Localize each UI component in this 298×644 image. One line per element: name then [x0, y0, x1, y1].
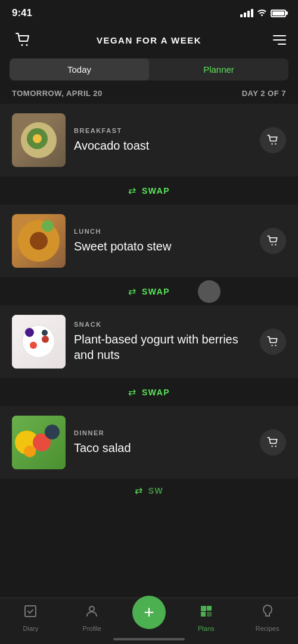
dinner-info: DINNER Taco salad — [66, 429, 260, 456]
tab-today[interactable]: Today — [10, 58, 149, 80]
dinner-add-cart[interactable] — [260, 429, 286, 456]
snack-info: SNACK Plant-based yogurt with berries an… — [66, 321, 260, 363]
swap-row-3[interactable]: ⇄ SWAP — [0, 378, 298, 406]
swap-icon-3: ⇄ — [128, 386, 136, 398]
dinner-card: DINNER Taco salad — [0, 406, 298, 479]
breakfast-image — [12, 113, 66, 167]
status-time: 9:41 — [12, 7, 32, 19]
svg-point-3 — [275, 143, 276, 144]
day-label: DAY 2 OF 7 — [242, 89, 286, 98]
swap-label-3: SWAP — [142, 388, 170, 397]
svg-rect-13 — [207, 606, 212, 611]
plans-label: Plans — [198, 625, 215, 632]
menu-button[interactable] — [263, 29, 286, 51]
snack-image — [12, 315, 66, 369]
nav-plans[interactable]: Plans — [185, 604, 227, 632]
header: VEGAN FOR A WEEK — [0, 24, 298, 58]
wifi-icon — [257, 8, 267, 18]
swap-spinner — [198, 280, 221, 303]
swap-label-2: SWAP — [142, 287, 170, 296]
nav-recipes[interactable]: Recipes — [247, 604, 288, 632]
svg-point-11 — [89, 606, 94, 611]
lunch-image — [12, 214, 66, 268]
swap-label-4: SW — [148, 486, 164, 496]
svg-point-0 — [21, 44, 23, 46]
breakfast-info: BREAKFAST Avocado toast — [66, 127, 260, 153]
header-title: VEGAN FOR A WEEK — [97, 35, 201, 45]
swap-icon-1: ⇄ — [128, 185, 136, 196]
lunch-add-cart[interactable] — [260, 228, 286, 254]
nav-profile[interactable]: Profile — [71, 604, 113, 632]
svg-point-6 — [271, 345, 272, 346]
lunch-card: LUNCH Sweet potato stew — [0, 205, 298, 277]
breakfast-add-cart[interactable] — [260, 127, 286, 153]
profile-label: Profile — [83, 625, 101, 632]
tab-planner[interactable]: Planner — [149, 58, 288, 80]
svg-rect-14 — [201, 612, 206, 617]
swap-row-1[interactable]: ⇄ SWAP — [0, 177, 298, 205]
swap-icon-2: ⇄ — [128, 286, 136, 297]
bottom-nav: Diary Profile + Plans — [0, 597, 298, 644]
snack-add-cart[interactable] — [260, 329, 286, 355]
svg-rect-15 — [207, 612, 212, 617]
lunch-type: LUNCH — [74, 228, 252, 235]
nav-diary[interactable]: Diary — [10, 604, 51, 632]
status-icons — [240, 8, 286, 18]
battery-icon — [271, 10, 286, 17]
lunch-info: LUNCH Sweet potato stew — [66, 228, 260, 254]
plans-icon — [199, 604, 213, 622]
svg-rect-12 — [201, 606, 206, 611]
svg-point-4 — [271, 244, 272, 245]
swap-row-4[interactable]: ⇄ SW — [0, 479, 298, 500]
tab-bar: Today Planner — [10, 58, 288, 80]
lunch-name: Sweet potato stew — [74, 239, 252, 254]
svg-point-2 — [271, 143, 272, 144]
signal-icon — [240, 9, 253, 17]
date-label: TOMORROW, APRIL 20 — [12, 89, 103, 98]
home-indicator — [113, 638, 185, 640]
dinner-type: DINNER — [74, 429, 252, 436]
diary-label: Diary — [23, 625, 39, 632]
snack-type: SNACK — [74, 321, 252, 328]
snack-card: SNACK Plant-based yogurt with berries an… — [0, 305, 298, 378]
profile-icon — [85, 604, 99, 622]
breakfast-name: Avocado toast — [74, 138, 252, 153]
nav-add-button[interactable]: + — [132, 596, 166, 629]
recipes-label: Recipes — [256, 625, 280, 632]
breakfast-type: BREAKFAST — [74, 127, 252, 134]
svg-rect-10 — [25, 606, 36, 617]
recipes-icon — [260, 604, 275, 622]
svg-point-5 — [275, 244, 276, 245]
date-header: TOMORROW, APRIL 20 DAY 2 OF 7 — [0, 80, 298, 104]
breakfast-card: BREAKFAST Avocado toast — [0, 104, 298, 177]
menu-line-2 — [273, 39, 286, 41]
dinner-name: Taco salad — [74, 440, 252, 456]
swap-label-1: SWAP — [142, 186, 170, 196]
menu-line-3 — [278, 44, 286, 45]
svg-point-8 — [271, 445, 272, 447]
swap-icon-4: ⇄ — [135, 485, 142, 496]
svg-point-9 — [275, 445, 276, 447]
cart-button[interactable] — [12, 29, 35, 51]
menu-line-1 — [273, 35, 286, 36]
diary-icon — [23, 604, 38, 622]
swap-row-2[interactable]: ⇄ SWAP — [0, 277, 298, 305]
snack-name: Plant-based yogurt with berries and nuts — [74, 332, 252, 363]
svg-point-7 — [275, 345, 276, 346]
dinner-image — [12, 416, 66, 469]
status-bar: 9:41 — [0, 0, 298, 24]
add-icon: + — [144, 603, 154, 621]
svg-point-1 — [26, 44, 28, 46]
